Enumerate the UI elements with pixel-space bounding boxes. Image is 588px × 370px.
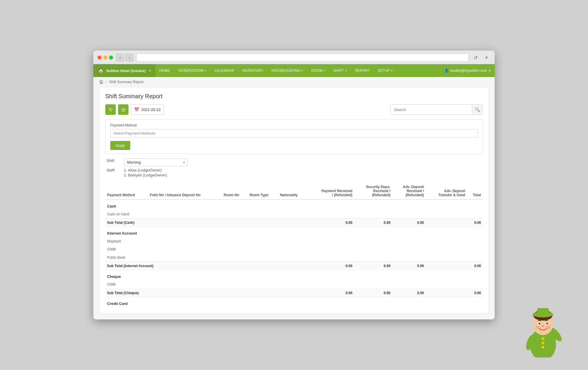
col-adv-deposit-received: Adv. DepositReceived /(Refunded)	[392, 183, 426, 200]
nav-setup[interactable]: SETUP ▾	[374, 64, 397, 77]
nav-room-label: ROOM	[311, 69, 323, 73]
table-section-header: Cheque	[105, 270, 483, 281]
minimize-button[interactable]	[103, 56, 107, 60]
table-section-header: Internet Account	[105, 227, 483, 237]
page-title: Shift Summary Report	[105, 93, 483, 100]
table-section-header: Cash	[105, 200, 483, 210]
nav-buttons: ‹ ›	[116, 53, 133, 62]
search-icon: 🔍	[475, 107, 480, 112]
nav-inventory[interactable]: INVENTORY	[238, 64, 267, 77]
filter-section: Payment Method Select Payment Methods Ap…	[105, 119, 483, 154]
col-payment-received: Payment Received/ (Refunded)	[307, 183, 354, 200]
col-security-depo: Security Depo.Received /(Refunded)	[354, 183, 392, 200]
table-subtotal-row: Sub Total (Cheque) 0.00 0.00 0.00 0.00	[105, 289, 483, 297]
col-nationality: Nationality	[278, 183, 307, 200]
payment-method-select[interactable]: Select Payment Methods	[110, 129, 478, 137]
nav-home[interactable]: HOME	[155, 64, 174, 77]
apply-button[interactable]: Apply	[110, 141, 130, 150]
forward-button[interactable]: ›	[125, 53, 133, 62]
col-room-type: Room Type	[248, 183, 278, 200]
chevron-down-icon: ▾	[302, 69, 303, 72]
search-button[interactable]: 🔍	[472, 105, 482, 115]
nav-calendar-label: CALENDAR	[215, 69, 234, 73]
date-value: 2021-05-22	[141, 108, 161, 112]
nav-calendar[interactable]: CALENDAR	[211, 64, 238, 77]
nav-shift[interactable]: SHIFT ▾	[329, 64, 350, 77]
svg-point-6	[533, 313, 553, 335]
table-row: Cash on Hand	[105, 210, 483, 219]
payment-method-label: Payment Method	[110, 123, 478, 127]
nav-setup-label: SETUP	[378, 69, 390, 73]
chevron-down-icon: ▾	[324, 69, 325, 72]
svg-point-11	[545, 321, 548, 325]
svg-point-14	[542, 325, 544, 327]
table-row: Public Bank	[105, 253, 483, 262]
table-row: CIMB	[105, 245, 483, 253]
chevron-down-icon: ▾	[391, 69, 393, 72]
address-bar[interactable]	[136, 53, 468, 62]
nav-shift-label: SHIFT	[333, 69, 344, 73]
brand-caret-icon: ▾	[149, 69, 151, 72]
breadcrumb-home[interactable]: 🏠	[99, 80, 104, 84]
table-row: Maybank	[105, 237, 483, 245]
nav-room[interactable]: ROOM ▾	[307, 64, 329, 77]
brand-logo[interactable]: 🏠 Softinn Hotel (Instant) ▾	[93, 64, 155, 77]
svg-point-3	[541, 346, 544, 349]
main-content: Shift Summary Report ↻ ⊟ 📅 2021-05-22 �	[93, 87, 495, 319]
search-bar: 🔍	[390, 104, 483, 115]
new-tab-button[interactable]: +	[482, 53, 491, 62]
svg-point-13	[546, 323, 548, 324]
table-section-header: Credit Card	[105, 297, 483, 308]
back-button[interactable]: ‹	[116, 53, 124, 62]
home-icon: 🏠	[98, 68, 104, 74]
calendar-icon: 📅	[134, 107, 139, 112]
search-input[interactable]	[391, 108, 472, 112]
staff-item: 2. Bahiyah (LodgeOwner)	[124, 173, 167, 177]
nav-inventory-label: INVENTORY	[242, 69, 263, 73]
filter-button[interactable]: ⊟	[118, 104, 129, 115]
col-total: Total	[467, 183, 483, 200]
svg-point-5	[547, 325, 564, 343]
nav-report[interactable]: REPORT	[351, 64, 374, 77]
user-icon: 👤	[444, 69, 449, 73]
nav-housekeeping[interactable]: HOUSEKEEPING ▾	[268, 64, 307, 77]
close-button[interactable]	[97, 56, 101, 60]
table-header-row: Payment Method Folio No / Advance Deposi…	[105, 183, 483, 200]
date-picker[interactable]: 📅 2021-05-22	[131, 104, 164, 115]
shift-row: Shift: Morning	[106, 158, 482, 166]
chevron-down-icon: ▾	[345, 69, 347, 72]
svg-point-7	[533, 310, 553, 321]
content-card: Shift Summary Report ↻ ⊟ 📅 2021-05-22 �	[99, 87, 489, 314]
svg-point-16	[546, 326, 550, 329]
nav-home-label: HOME	[159, 69, 170, 73]
nav-reservation[interactable]: RESERVATION ▾	[174, 64, 211, 77]
maximize-button[interactable]	[109, 56, 113, 60]
table-row: CIMB	[105, 280, 483, 289]
staff-list: 1. Aifaa (LodgeOwner) 2. Bahiyah (LodgeO…	[124, 168, 167, 178]
breadcrumb-separator: /	[106, 80, 107, 84]
staff-row: Staff: 1. Aifaa (LodgeOwner) 2. Bahiyah …	[106, 168, 482, 178]
report-table: Payment Method Folio No / Advance Deposi…	[105, 183, 483, 308]
svg-point-12	[539, 323, 540, 324]
nav-housekeeping-label: HOUSEKEEPING	[272, 69, 301, 73]
browser-chrome: ‹ › ↺ +	[93, 51, 495, 64]
shift-select[interactable]: Morning	[124, 158, 188, 166]
svg-point-1	[541, 337, 544, 340]
refresh-button[interactable]: ↻	[105, 104, 116, 115]
reload-button[interactable]: ↺	[471, 53, 480, 62]
col-room-no: Room No	[222, 183, 248, 200]
filter-icon: ⊟	[122, 107, 125, 112]
staff-key-label: Staff:	[106, 168, 124, 172]
svg-point-2	[541, 342, 544, 344]
col-payment-method: Payment Method	[105, 183, 148, 200]
svg-point-10	[538, 321, 541, 325]
mascot	[521, 299, 565, 358]
top-navigation: 🏠 Softinn Hotel (Instant) ▾ HOME RESERVA…	[93, 64, 495, 77]
col-folio-no: Folio No / Advance Deposit No	[148, 183, 222, 200]
user-email: farahin@mysoftinn.com	[450, 69, 487, 73]
user-caret-icon: ▾	[489, 69, 491, 73]
user-menu[interactable]: 👤 farahin@mysoftinn.com ▾	[440, 69, 495, 73]
breadcrumb-current-page: Shift Summary Report	[109, 80, 143, 84]
traffic-lights	[97, 56, 113, 60]
col-adv-deposit-transfer: Adv. DepositTransfer & Used	[426, 183, 467, 200]
